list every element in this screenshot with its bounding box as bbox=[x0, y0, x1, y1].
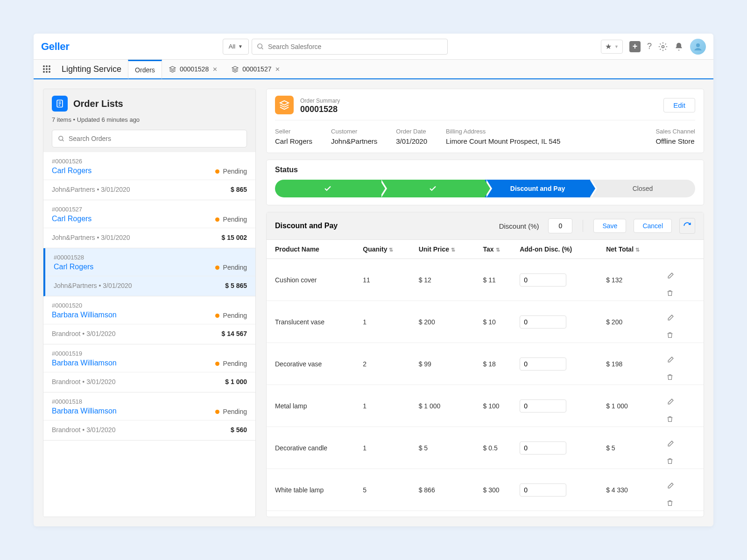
order-status: Pending bbox=[215, 312, 247, 319]
edit-icon[interactable] bbox=[666, 482, 699, 490]
order-list-item[interactable]: #00001520 Barbara Williamson Pending Bra… bbox=[43, 296, 255, 344]
order-list-item[interactable]: #00001518 Barbara Williamson Pending Bra… bbox=[43, 392, 255, 441]
col-price[interactable]: Unit Price⇅ bbox=[414, 240, 479, 259]
gear-icon[interactable] bbox=[658, 42, 668, 51]
table-row: Decorative vase 2 $ 99 $ 18 $ 198 bbox=[267, 343, 704, 385]
summary-order-number: 00001528 bbox=[300, 105, 338, 114]
edit-icon[interactable] bbox=[666, 356, 699, 364]
sort-icon: ⇅ bbox=[635, 247, 640, 252]
col-tax[interactable]: Tax⇅ bbox=[479, 240, 515, 259]
cell-price: $ 12 bbox=[414, 511, 479, 518]
search-scope-dropdown[interactable]: All ▼ bbox=[223, 39, 249, 55]
scope-label: All bbox=[229, 43, 235, 50]
edit-icon[interactable] bbox=[666, 272, 699, 280]
trash-icon[interactable] bbox=[666, 499, 699, 507]
order-list-item[interactable]: #00001519 Barbara Williamson Pending Bra… bbox=[43, 344, 255, 392]
order-amount: $ 865 bbox=[231, 186, 247, 193]
cell-name: White table lamp bbox=[267, 469, 358, 511]
customer-value: John&Partners bbox=[331, 137, 377, 145]
table-row: Metal lamp 1 $ 1 000 $ 100 $ 1 000 bbox=[267, 385, 704, 427]
save-button[interactable]: Save bbox=[593, 219, 626, 233]
col-net[interactable]: Net Total⇅ bbox=[601, 240, 662, 259]
order-seller: Barbara Williamson bbox=[52, 359, 117, 367]
order-id: #00001520 bbox=[52, 302, 117, 309]
cell-qty: 2 bbox=[358, 343, 414, 385]
order-list-item[interactable]: #00001528 Carl Rogers Pending John&Partn… bbox=[43, 248, 255, 296]
status-step-4[interactable]: Closed bbox=[590, 180, 695, 197]
cell-name: Decorative candle bbox=[267, 427, 358, 469]
trash-icon[interactable] bbox=[666, 373, 699, 381]
tab-orders[interactable]: Orders bbox=[128, 60, 162, 79]
tab-00001527[interactable]: 00001527✕ bbox=[225, 60, 287, 78]
col-disc[interactable]: Add-on Disc. (%) bbox=[515, 240, 601, 259]
order-amount: $ 15 002 bbox=[222, 234, 247, 241]
order-seller: Carl Rogers bbox=[52, 167, 92, 175]
col-product[interactable]: Product Name bbox=[267, 240, 358, 259]
trash-icon[interactable] bbox=[666, 415, 699, 423]
cell-qty: 1 bbox=[358, 385, 414, 427]
sidebar-search-input[interactable] bbox=[69, 135, 241, 142]
table-row: Translucent vase 1 $ 200 $ 10 $ 200 bbox=[267, 301, 704, 343]
cell-qty: 11 bbox=[358, 259, 414, 301]
status-dot-icon bbox=[215, 410, 219, 414]
refresh-button[interactable] bbox=[679, 218, 695, 234]
close-icon[interactable]: ✕ bbox=[275, 66, 280, 73]
status-dot-icon bbox=[215, 169, 219, 174]
cell-qty: 1 bbox=[358, 511, 414, 518]
svg-point-2 bbox=[662, 45, 664, 48]
row-discount-input[interactable] bbox=[520, 273, 566, 287]
cell-net: $ 5 bbox=[601, 427, 662, 469]
trash-icon[interactable] bbox=[666, 457, 699, 465]
app-launcher-icon[interactable] bbox=[38, 60, 55, 78]
row-discount-input[interactable] bbox=[520, 441, 566, 455]
bell-icon[interactable] bbox=[674, 42, 684, 51]
order-status: Pending bbox=[215, 264, 247, 271]
favorites-button[interactable]: ★▼ bbox=[601, 40, 623, 54]
edit-icon[interactable] bbox=[666, 314, 699, 322]
order-status: Pending bbox=[215, 216, 247, 223]
order-summary-icon bbox=[275, 96, 294, 114]
col-qty[interactable]: Quanity⇅ bbox=[358, 240, 414, 259]
row-discount-input[interactable] bbox=[520, 399, 566, 413]
chevron-down-icon: ▼ bbox=[614, 44, 619, 49]
refresh-icon bbox=[683, 222, 691, 230]
sidebar-subtitle: 7 items • Updated 6 minutes ago bbox=[52, 116, 247, 123]
order-amount: $ 560 bbox=[231, 426, 247, 434]
status-step-1[interactable] bbox=[275, 180, 380, 197]
row-discount-input[interactable] bbox=[520, 357, 566, 371]
edit-icon[interactable] bbox=[666, 398, 699, 406]
order-list-item[interactable]: #00001527 Carl Rogers Pending John&Partn… bbox=[43, 200, 255, 248]
table-title: Discount and Pay bbox=[275, 222, 338, 230]
order-id: #00001526 bbox=[52, 158, 92, 165]
status-step-2[interactable] bbox=[380, 180, 485, 197]
user-avatar[interactable] bbox=[690, 39, 706, 55]
sidebar-title: Order Lists bbox=[73, 98, 123, 109]
table-row: White table lamp 5 $ 866 $ 300 $ 4 330 bbox=[267, 469, 704, 511]
cell-price: $ 200 bbox=[414, 301, 479, 343]
date-value: 3/01/2020 bbox=[396, 137, 427, 145]
row-discount-input[interactable] bbox=[520, 315, 566, 329]
tab-00001528[interactable]: 00001528✕ bbox=[162, 60, 225, 78]
global-search-input[interactable] bbox=[268, 43, 443, 50]
add-icon[interactable]: + bbox=[629, 41, 641, 52]
order-meta: John&Partners • 3/01/2020 bbox=[54, 282, 132, 289]
sidebar-search[interactable] bbox=[52, 130, 247, 147]
sort-icon: ⇅ bbox=[389, 247, 393, 252]
discount-input[interactable] bbox=[548, 218, 572, 233]
divider bbox=[583, 220, 583, 232]
close-icon[interactable]: ✕ bbox=[212, 66, 218, 73]
trash-icon[interactable] bbox=[666, 331, 699, 339]
sort-icon: ⇅ bbox=[496, 247, 500, 252]
help-icon[interactable]: ? bbox=[647, 42, 652, 51]
cancel-button[interactable]: Cancel bbox=[634, 219, 672, 233]
global-search[interactable] bbox=[252, 39, 448, 55]
order-list-item[interactable]: #00001526 Carl Rogers Pending John&Partn… bbox=[43, 152, 255, 200]
row-discount-input[interactable] bbox=[520, 483, 566, 497]
cell-name: Metal lamp bbox=[267, 385, 358, 427]
edit-button[interactable]: Edit bbox=[663, 98, 695, 112]
trash-icon[interactable] bbox=[666, 289, 699, 297]
cell-name: Translucent vase bbox=[267, 301, 358, 343]
edit-icon[interactable] bbox=[666, 440, 699, 448]
order-id: #00001519 bbox=[52, 350, 117, 357]
status-step-3[interactable]: Discount and Pay bbox=[485, 180, 590, 197]
